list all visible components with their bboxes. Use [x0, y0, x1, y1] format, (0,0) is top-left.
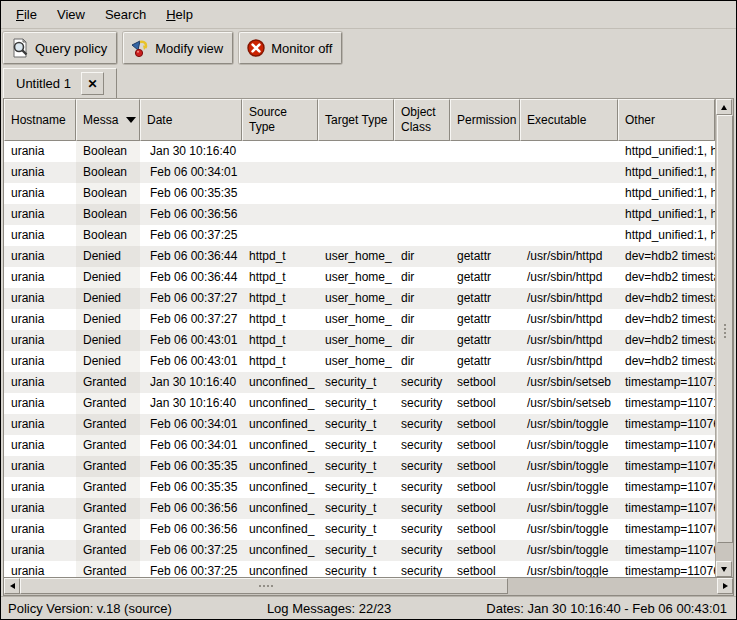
cell-other: httpd_unified:1, h	[618, 162, 715, 183]
cell-date: Feb 06 00:36:56	[140, 519, 242, 540]
scroll-right-button[interactable]	[717, 578, 733, 594]
cell-exe: /usr/sbin/toggle	[520, 498, 618, 519]
cell-tgt: user_home_	[318, 351, 394, 372]
scroll-down-button[interactable]	[716, 561, 732, 577]
cell-msg: Denied	[76, 309, 140, 330]
down-arrow-icon	[721, 567, 727, 572]
toolbar: Query policy Modify view Mo	[1, 29, 736, 67]
status-bar: Policy Version: v.18 (source) Log Messag…	[1, 596, 736, 619]
cell-other: dev=hdb2 timesta	[618, 309, 715, 330]
cell-cls: security	[394, 456, 450, 477]
cell-exe	[520, 141, 618, 162]
cell-cls	[394, 141, 450, 162]
table-row[interactable]: uraniaDeniedFeb 06 00:37:27httpd_tuser_h…	[4, 288, 715, 309]
vertical-scrollbar-thumb[interactable]	[717, 115, 733, 543]
menu-item-help[interactable]: Help	[156, 2, 203, 27]
cell-date: Jan 30 10:16:40	[140, 393, 242, 414]
column-header-msg[interactable]: Messa	[76, 99, 140, 141]
cell-perm: setbool	[450, 456, 520, 477]
cell-tgt: user_home_	[318, 288, 394, 309]
cell-tgt	[318, 141, 394, 162]
table-row[interactable]: uraniaGrantedFeb 06 00:37:25unconfined_s…	[4, 540, 715, 561]
cell-msg: Denied	[76, 351, 140, 372]
query-policy-button[interactable]: Query policy	[3, 32, 117, 64]
cell-perm: setbool	[450, 435, 520, 456]
cell-host: urania	[4, 288, 76, 309]
menu-item-search[interactable]: Search	[95, 2, 156, 27]
column-header-cls[interactable]: Object Class	[394, 99, 450, 141]
policy-version-status: Policy Version: v.18 (source)	[8, 601, 172, 616]
cell-cls	[394, 183, 450, 204]
modify-view-button[interactable]: Modify view	[123, 32, 233, 64]
table-row[interactable]: uraniaGrantedFeb 06 00:37:25unconfined_s…	[4, 561, 715, 577]
cell-host: urania	[4, 183, 76, 204]
column-header-tgt[interactable]: Target Type	[318, 99, 394, 141]
vertical-scrollbar-track[interactable]	[716, 543, 733, 561]
column-header-date[interactable]: Date	[140, 99, 242, 141]
table-row[interactable]: uraniaBooleanFeb 06 00:37:25httpd_unifie…	[4, 225, 715, 246]
cell-other: timestamp=11071	[618, 372, 715, 393]
monitor-off-button[interactable]: Monitor off	[239, 32, 342, 64]
table-row[interactable]: uraniaDeniedFeb 06 00:43:01httpd_tuser_h…	[4, 351, 715, 372]
cell-tgt: user_home_	[318, 246, 394, 267]
table-row[interactable]: uraniaGrantedFeb 06 00:35:35unconfined_s…	[4, 456, 715, 477]
horizontal-scrollbar[interactable]	[4, 577, 733, 595]
table-row[interactable]: uraniaBooleanFeb 06 00:35:35httpd_unifie…	[4, 183, 715, 204]
table-row[interactable]: uraniaDeniedFeb 06 00:36:44httpd_tuser_h…	[4, 267, 715, 288]
table-row[interactable]: uraniaGrantedJan 30 10:16:40unconfined_s…	[4, 372, 715, 393]
cell-other: httpd_unified:1, h	[618, 225, 715, 246]
cell-src: unconfined_	[242, 477, 318, 498]
cell-src: unconfined_	[242, 540, 318, 561]
table-row[interactable]: uraniaGrantedFeb 06 00:36:56unconfined_s…	[4, 519, 715, 540]
monitor-off-icon	[246, 38, 266, 58]
cell-date: Feb 06 00:36:44	[140, 246, 242, 267]
table-row[interactable]: uraniaGrantedFeb 06 00:34:01unconfined_s…	[4, 414, 715, 435]
cell-src: unconfined_	[242, 414, 318, 435]
tab-close-button[interactable]: ✕	[81, 72, 104, 95]
menu-item-file[interactable]: File	[6, 2, 47, 27]
cell-src: httpd_t	[242, 246, 318, 267]
table-row[interactable]: uraniaGrantedFeb 06 00:36:56unconfined_s…	[4, 498, 715, 519]
table-row[interactable]: uraniaBooleanJan 30 10:16:40httpd_unifie…	[4, 141, 715, 162]
tab-untitled-1[interactable]: Untitled 1 ✕	[3, 68, 117, 98]
cell-host: urania	[4, 519, 76, 540]
column-header-exe[interactable]: Executable	[520, 99, 618, 141]
column-header-other[interactable]: Other	[618, 99, 715, 141]
cell-date: Feb 06 00:37:25	[140, 225, 242, 246]
column-header-src[interactable]: Source Type	[242, 99, 318, 141]
table-row[interactable]: uraniaBooleanFeb 06 00:34:01httpd_unifie…	[4, 162, 715, 183]
cell-exe	[520, 225, 618, 246]
query-policy-icon	[10, 38, 30, 58]
column-header-host[interactable]: Hostname	[4, 99, 76, 141]
cell-other: timestamp=11076	[618, 498, 715, 519]
cell-src: httpd_t	[242, 330, 318, 351]
cell-msg: Granted	[76, 498, 140, 519]
horizontal-scrollbar-thumb[interactable]	[20, 578, 508, 594]
cell-msg: Boolean	[76, 183, 140, 204]
cell-exe: /usr/sbin/setseb	[520, 393, 618, 414]
table-row[interactable]: uraniaDeniedFeb 06 00:36:44httpd_tuser_h…	[4, 246, 715, 267]
table-row[interactable]: uraniaGrantedJan 30 10:16:40unconfined_s…	[4, 393, 715, 414]
scroll-up-button[interactable]	[716, 99, 732, 115]
scroll-left-button[interactable]	[4, 578, 20, 594]
cell-cls	[394, 204, 450, 225]
table-row[interactable]: uraniaGrantedFeb 06 00:34:01unconfined_s…	[4, 435, 715, 456]
table-row[interactable]: uraniaDeniedFeb 06 00:37:27httpd_tuser_h…	[4, 309, 715, 330]
vertical-scrollbar[interactable]	[715, 99, 733, 577]
table-row[interactable]: uraniaBooleanFeb 06 00:36:56httpd_unifie…	[4, 204, 715, 225]
cell-cls: security	[394, 414, 450, 435]
cell-cls: dir	[394, 246, 450, 267]
table-row[interactable]: uraniaGrantedFeb 06 00:35:35unconfined_s…	[4, 477, 715, 498]
menu-item-view[interactable]: View	[47, 2, 95, 27]
cell-date: Feb 06 00:34:01	[140, 162, 242, 183]
cell-host: urania	[4, 477, 76, 498]
horizontal-scrollbar-track[interactable]	[508, 578, 717, 595]
column-header-perm[interactable]: Permission	[450, 99, 520, 141]
cell-other: timestamp=11076	[618, 414, 715, 435]
cell-other: timestamp=11076	[618, 477, 715, 498]
cell-other: dev=hdb2 timesta	[618, 288, 715, 309]
cell-tgt: security_t	[318, 456, 394, 477]
cell-exe: /usr/sbin/httpd	[520, 246, 618, 267]
thumb-grip-icon	[724, 328, 726, 330]
table-row[interactable]: uraniaDeniedFeb 06 00:43:01httpd_tuser_h…	[4, 330, 715, 351]
